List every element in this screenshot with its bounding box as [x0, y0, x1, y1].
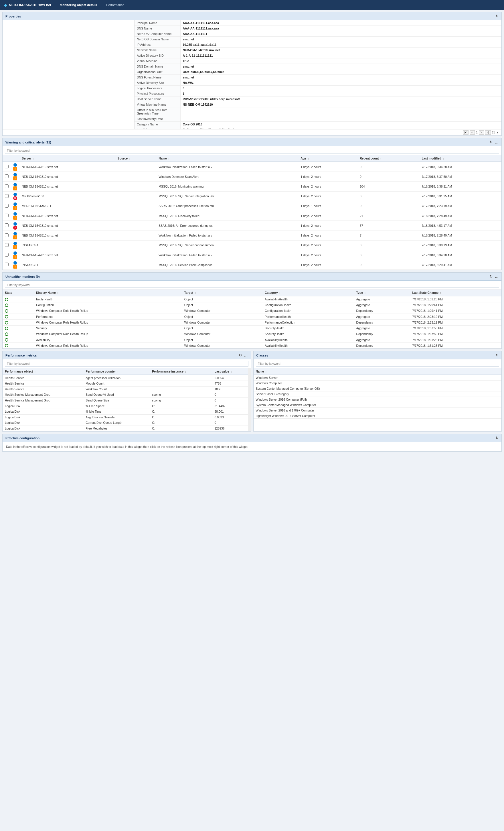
alert-checkbox[interactable]: [5, 233, 8, 237]
perf-row[interactable]: LogicalDisk Avg. Disk sec/Transfer C: 0.…: [3, 414, 248, 420]
alert-checkbox[interactable]: [5, 253, 8, 257]
perf-row[interactable]: Health Service Management Grou Send Queu…: [3, 392, 248, 398]
alert-row[interactable]: ! NEB-OM-1542810.smx.net Workflow Initia…: [3, 231, 501, 240]
unhealthy-row[interactable]: Windows Computer Role Health Rollup Wind…: [3, 320, 501, 325]
perf-row[interactable]: LogicalDisk Current Disk Queue Length C:…: [3, 420, 248, 426]
performance-table: Performance object ↕ Performance counter…: [3, 368, 248, 431]
alerts-title: Warning and critical alerts (11): [5, 141, 51, 144]
perf-row[interactable]: LogicalDisk Free Megabytes C: 125936: [3, 426, 248, 431]
unhealthy-row[interactable]: Configuration Object ConfigurationHealth…: [3, 302, 501, 308]
perf-row[interactable]: Health Service Workflow Count 1058: [3, 386, 248, 392]
unhealthy-more-icon[interactable]: …: [495, 274, 499, 279]
perf-row[interactable]: Health Service agent processor utilizati…: [3, 375, 248, 380]
alert-checkbox[interactable]: [5, 194, 8, 198]
alerts-refresh-icon[interactable]: ↻: [490, 140, 493, 144]
perf-row[interactable]: LogicalDisk % Idle Time C: 98.001: [3, 409, 248, 414]
class-row[interactable]: Lightweight Windows 2016 Server Computer: [254, 413, 502, 419]
alert-checkbox[interactable]: [5, 213, 8, 217]
alert-row[interactable]: ✕ NEB-OM-1542810.smx.net SSAS 2016: An E…: [3, 221, 501, 231]
alert-status-dot: [13, 232, 17, 235]
alert-age: 1 days, 2 hours: [298, 162, 357, 172]
alerts-filter-input[interactable]: [5, 148, 499, 153]
warning-icon: !: [13, 255, 17, 259]
class-row[interactable]: Windows Server 2016 and 1709+ Computer: [254, 408, 502, 413]
alert-repeat: 0: [357, 250, 419, 260]
alert-status-dot: [13, 193, 17, 196]
alert-status-dot: [13, 183, 17, 187]
class-row[interactable]: Windows Server: [254, 375, 502, 380]
classes-refresh-icon[interactable]: ↻: [496, 353, 499, 357]
performance-filter-input[interactable]: [5, 361, 248, 367]
alert-checkbox[interactable]: [5, 204, 8, 208]
alert-checkbox[interactable]: [5, 165, 8, 168]
alert-row[interactable]: ! MSRS13.INSTANCE1 SSRS 2016: Other proc…: [3, 201, 501, 211]
page-prev-button[interactable]: <: [470, 130, 475, 135]
page-next-button[interactable]: >: [479, 130, 484, 135]
alert-checkbox[interactable]: [5, 223, 8, 227]
perf-row[interactable]: LogicalDisk % Free Space C: 81.4482: [3, 403, 248, 409]
page-last-button[interactable]: >|: [485, 130, 491, 135]
properties-table: Principal Name AAA-AA-1111111.aaa.aaa DN…: [135, 20, 501, 129]
unhealthy-refresh-icon[interactable]: ↻: [490, 274, 493, 279]
alert-row[interactable]: ! NEB-OM-1542810.smx.net MSSQL 2016: Mon…: [3, 181, 501, 191]
tab-monitoring[interactable]: Monitoring object details: [55, 0, 101, 10]
tab-performance[interactable]: Performance: [101, 0, 129, 10]
alert-checkbox[interactable]: [5, 243, 8, 247]
perf-instance: C:: [150, 409, 212, 414]
classes-filter-input[interactable]: [256, 361, 499, 367]
unhealthy-type: Aggregate: [354, 296, 410, 302]
class-row[interactable]: System Center Managed Computer (Server O…: [254, 386, 502, 392]
alert-checkbox[interactable]: [5, 263, 8, 266]
unhealthy-row[interactable]: Windows Computer Role Health Rollup Wind…: [3, 331, 501, 337]
alert-row[interactable]: ! NEB-OM-1542810.smx.net Windows Defende…: [3, 172, 501, 181]
alerts-col-icons: [11, 155, 20, 162]
unhealthy-row[interactable]: Availability Object AvailabilityHealth A…: [3, 337, 501, 342]
perf-scrollbar[interactable]: [248, 368, 251, 431]
unhealthy-col-state: State: [3, 289, 34, 296]
property-row: Virtual Machine Name NS-NEB-OM-1542810: [135, 102, 501, 107]
perf-counter: Workflow Count: [83, 386, 150, 392]
unhealthy-row[interactable]: Security Object SecurityHealth Aggregate…: [3, 325, 501, 331]
performance-more-icon[interactable]: …: [244, 353, 248, 357]
performance-title: Performance metrics: [5, 354, 37, 357]
class-row[interactable]: Server BaseOS category: [254, 392, 502, 397]
page-first-button[interactable]: |<: [463, 130, 469, 135]
alert-checkbox-cell: [3, 240, 11, 250]
alert-age: 1 days, 2 hours: [298, 221, 357, 231]
alert-modified: 7/18/2018, 7:28:49 AM: [419, 211, 501, 221]
class-row[interactable]: System Center Managed Windows Computer: [254, 402, 502, 408]
properties-refresh-icon[interactable]: ↻: [496, 14, 499, 18]
perf-row[interactable]: Health Service Management Grou Send Queu…: [3, 398, 248, 403]
perf-instance: [150, 386, 212, 392]
perf-row[interactable]: Health Service Module Count 4758: [3, 380, 248, 386]
alerts-more-icon[interactable]: …: [495, 140, 499, 144]
perf-obj: Health Service: [3, 386, 83, 392]
unhealthy-row[interactable]: Entity Health Object AvailabilityHealth …: [3, 296, 501, 302]
state-ok-icon: [5, 315, 8, 318]
alert-row[interactable]: ! INSTANCE1 MSSQL 2016: Service Pack Com…: [3, 260, 501, 270]
properties-table-wrapper[interactable]: Principal Name AAA-AA-1111111.aaa.aaa DN…: [134, 20, 501, 129]
performance-refresh-icon[interactable]: ↻: [239, 353, 242, 357]
unhealthy-row[interactable]: Windows Computer Role Health Rollup Wind…: [3, 308, 501, 314]
property-row: Physical Processors 1: [135, 91, 501, 96]
alert-checkbox[interactable]: [5, 174, 8, 178]
alert-server: NEB-OM-1542810.smx.net: [20, 231, 115, 240]
unhealthy-row[interactable]: Performance Object PerformanceHealth Agg…: [3, 314, 501, 320]
alert-type-icons: !: [11, 162, 20, 172]
alert-checkbox[interactable]: [5, 184, 8, 188]
alert-row[interactable]: ! NEB-OM-1542810.smx.net Workflow Initia…: [3, 250, 501, 260]
warning-icon: !: [13, 216, 17, 220]
class-row[interactable]: Windows Server 2016 Computer (Full): [254, 397, 502, 402]
alert-row[interactable]: ! NEB-OM-1542810.smx.net MSSQL 2016: Dis…: [3, 211, 501, 221]
property-key: DNS Forest Name: [135, 75, 180, 80]
unhealthy-row[interactable]: Windows Computer Role Health Rollup Wind…: [3, 343, 501, 348]
alert-row[interactable]: ! INSTANCE1 MSSQL 2016: SQL Server canno…: [3, 240, 501, 250]
alert-row[interactable]: ! NEB-OM-1542810.smx.net Workflow Initia…: [3, 162, 501, 172]
class-row[interactable]: Windows Computer: [254, 380, 502, 386]
effective-config-refresh-icon[interactable]: ↻: [496, 436, 499, 440]
performance-table-wrapper[interactable]: Performance object ↕ Performance counter…: [3, 368, 251, 431]
perf-instance: scomg: [150, 392, 212, 398]
unhealthy-filter-input[interactable]: [5, 282, 499, 288]
alert-row[interactable]: ✕ MsDtsServer130 MSSQL 2016: SQL Server …: [3, 191, 501, 201]
class-name: Windows Server: [254, 375, 502, 380]
